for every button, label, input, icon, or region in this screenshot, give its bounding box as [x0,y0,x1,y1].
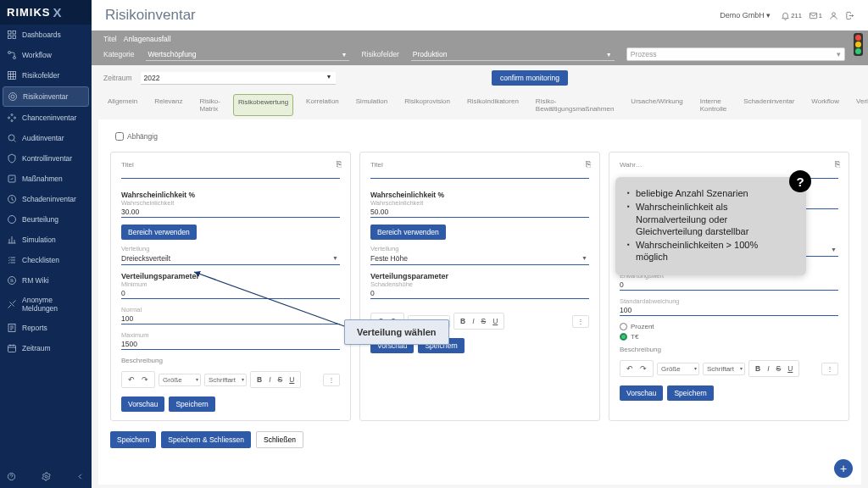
speichern-button[interactable]: Speichern [667,385,713,401]
save-button[interactable]: Speichern [110,431,156,448]
italic-button[interactable]: I [266,374,273,385]
titel-input[interactable] [121,169,340,179]
more-icon[interactable]: ⋮ [572,315,589,328]
underline-button[interactable]: U [785,363,795,374]
size-select[interactable]: Größe▾ [657,363,699,375]
prozess-input[interactable]: Prozess▾ [626,47,845,61]
abhaengig-label: Abhängig [127,132,158,141]
tab-ursache[interactable]: Ursache/Wirkung [626,94,687,116]
stdabw-input[interactable]: 100 [620,305,838,316]
font-select[interactable]: Schriftart▾ [703,363,745,375]
strike-button[interactable]: S [275,374,286,385]
confirm-monitoring-button[interactable]: confirm monitoring [492,70,568,86]
tab-verlauf[interactable]: Verlauf [852,94,868,116]
titel-label: Titel [103,35,117,43]
tab-risikoprovision[interactable]: Risikoprovision [400,94,454,116]
logout-icon[interactable] [845,11,854,20]
nav-auditinventar[interactable]: Auditinventar [0,128,92,148]
add-fab[interactable]: + [834,459,853,478]
titel-input[interactable] [370,169,589,179]
bereich-button[interactable]: Bereich verwenden [121,225,197,240]
bold-button[interactable]: B [254,374,264,385]
message-icon[interactable]: 1 [809,11,822,20]
more-icon[interactable]: ⋮ [323,374,340,386]
bell-icon[interactable]: 211 [781,11,802,20]
traffic-light [854,33,863,56]
nav-schadeninventar[interactable]: Schadeninventar [0,189,92,209]
speichern-button[interactable]: Speichern [169,396,214,412]
nav-checklisten[interactable]: Checklisten [0,250,92,270]
settings-icon[interactable] [42,472,51,483]
nav-simulation[interactable]: Simulation [0,230,92,250]
italic-button[interactable]: I [470,315,476,327]
close-button[interactable]: Schließen [256,431,303,448]
nav-anonyme-meldungen[interactable]: Anonyme Meldungen [0,291,92,318]
nav-massnahmen[interactable]: Maßnahmen [0,169,92,189]
abhaengig-checkbox[interactable] [115,132,124,141]
tab-workflow[interactable]: Workflow [807,94,843,116]
nav-rm-wiki[interactable]: ℝRM Wiki [0,270,92,291]
tab-risikoindikatoren[interactable]: Risikoindikatoren [463,94,523,116]
te-radio[interactable] [620,333,627,341]
copy-icon[interactable]: ⎘ [586,159,591,169]
tab-korrelation[interactable]: Korrelation [302,94,343,116]
max-input[interactable]: 1500 [121,339,340,350]
user-icon[interactable] [829,11,838,20]
copy-icon[interactable]: ⎘ [337,159,342,169]
normal-input[interactable]: 100 [121,313,340,324]
kategorie-select[interactable]: Wertschöpfung▼ [146,48,349,61]
wahr-input[interactable]: 50.00 [370,207,589,218]
erwartung-input[interactable]: 0 [620,280,838,291]
copy-icon[interactable]: ⎘ [835,159,840,169]
vorschau-button[interactable]: Vorschau [620,385,663,401]
nav-risikofelder[interactable]: Risikofelder [0,65,92,86]
tab-allgemein[interactable]: Allgemein [103,94,142,116]
wahr-input[interactable]: 30.00 [121,207,340,218]
tab-kontrolle[interactable]: Interne Kontrolle [696,94,732,116]
verteilung-select[interactable]: Feste Höhe▼ [370,252,589,265]
min-input[interactable]: 0 [121,288,340,299]
schaden-input[interactable]: 0 [370,288,589,299]
nav-workflow[interactable]: Workflow [0,45,92,65]
nav-kontrollinventar[interactable]: Kontrollinventar [0,148,92,169]
risikofelder-select[interactable]: Produktion▼ [411,48,615,61]
tab-simulation[interactable]: Simulation [352,94,392,116]
italic-button[interactable]: I [765,363,771,374]
redo-icon[interactable]: ↷ [637,363,649,374]
underline-button[interactable]: U [287,374,297,385]
strike-button[interactable]: S [479,315,489,327]
bold-button[interactable]: B [753,363,763,374]
nav-zeitraum[interactable]: Zeitraum [0,338,92,358]
nav-reports[interactable]: Reports [0,318,92,338]
prozent-radio[interactable] [620,323,627,330]
bold-button[interactable]: B [458,315,468,327]
nav-beurteilung[interactable]: Beurteilung [0,209,92,230]
nav-dashboards[interactable]: Dashboards [0,25,92,45]
undo-icon[interactable]: ↶ [125,374,137,385]
nav-risikoinventar[interactable]: Risikoinventar [3,86,89,107]
rte-toolbar: ↶↷ Größe▾ Schriftart▾ BISU ⋮ [620,360,838,377]
font-select[interactable]: Schriftart▾ [204,374,247,386]
company-selector[interactable]: Demo GmbH ▾ [720,11,771,19]
underline-button[interactable]: U [490,315,500,327]
more-icon[interactable]: ⋮ [821,363,838,375]
collapse-icon[interactable] [75,472,85,483]
tab-risiko-matrix[interactable]: Risiko-Matrix [196,94,225,116]
nav-chanceninventar[interactable]: Chanceninventar [0,108,92,128]
save-close-button[interactable]: Speichern & Schliessen [161,431,251,448]
undo-icon[interactable]: ↶ [624,363,636,374]
period-select[interactable]: 2022▼ [141,72,336,85]
tab-schadeninventar[interactable]: Schadeninventar [739,94,798,116]
tabs: Allgemein Relevanz Risiko-Matrix Risikob… [92,94,868,116]
tab-bewaeltigung[interactable]: Risiko-Bewältigungsmaßnahmen [531,94,619,116]
help-icon[interactable] [7,472,16,483]
bereich-button[interactable]: Bereich verwenden [370,225,446,240]
rte-toolbar: ↶↷ Größe▾ Schriftart▾ BISU ⋮ [121,371,340,388]
tab-risikobewertung[interactable]: Risikobewertung [233,94,293,116]
strike-button[interactable]: S [774,363,784,374]
redo-icon[interactable]: ↷ [139,374,151,385]
tab-relevanz[interactable]: Relevanz [150,94,186,116]
vorschau-button[interactable]: Vorschau [121,396,164,412]
size-select[interactable]: Größe▾ [159,374,201,386]
verteilung-select[interactable]: Dreiecksverteilt▼ [121,252,340,265]
